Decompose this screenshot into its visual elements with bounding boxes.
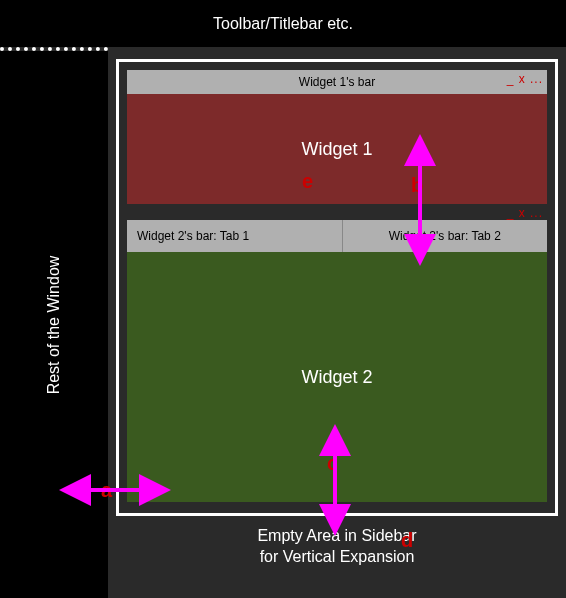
widget-2-tab-2[interactable]: Widget 2's bar: Tab 2 <box>343 220 548 252</box>
empty-area-line1: Empty Area in Sidebar <box>116 526 558 547</box>
titlebar: Toolbar/Titlebar etc. <box>0 0 566 47</box>
widget-2-body-label: Widget 2 <box>301 367 372 388</box>
window-rest-label: Rest of the Window <box>45 255 63 394</box>
diagram-root: Toolbar/Titlebar etc. Rest of the Window… <box>0 0 566 598</box>
empty-area-caption: Empty Area in Sidebar for Vertical Expan… <box>116 526 558 568</box>
widget-2-bar: _ x ... Widget 2's bar: Tab 1 Widget 2's… <box>127 220 547 252</box>
widget-2-window-controls[interactable]: _ x ... <box>507 206 543 220</box>
widget-1-body-label: Widget 1 <box>301 139 372 160</box>
widget-1-window-controls[interactable]: _ x ... <box>507 72 543 86</box>
widget-2-tab-2-label: Widget 2's bar: Tab 2 <box>389 229 501 243</box>
widget-1: Widget 1's bar _ x ... Widget 1 <box>127 70 547 204</box>
annotation-d: d <box>401 529 413 552</box>
widget-2-tab-1[interactable]: Widget 2's bar: Tab 1 <box>127 220 343 252</box>
annotation-c: c <box>327 452 338 475</box>
annotation-e: e <box>302 170 313 193</box>
window-rest-column: Rest of the Window <box>0 51 108 598</box>
widget-1-body: Widget 1 <box>127 94 547 204</box>
sidebar-area: Widget 1's bar _ x ... Widget 1 _ x ... … <box>108 51 566 598</box>
widget-1-bar[interactable]: Widget 1's bar _ x ... <box>127 70 547 94</box>
annotation-b: b <box>411 174 423 197</box>
titlebar-label: Toolbar/Titlebar etc. <box>213 15 353 33</box>
annotation-a: a <box>101 479 112 502</box>
widget-1-bar-label: Widget 1's bar <box>299 75 375 89</box>
widget-2-tab-1-label: Widget 2's bar: Tab 1 <box>137 229 249 243</box>
sidebar-box: Widget 1's bar _ x ... Widget 1 _ x ... … <box>116 59 558 516</box>
empty-area-line2: for Vertical Expansion <box>116 547 558 568</box>
